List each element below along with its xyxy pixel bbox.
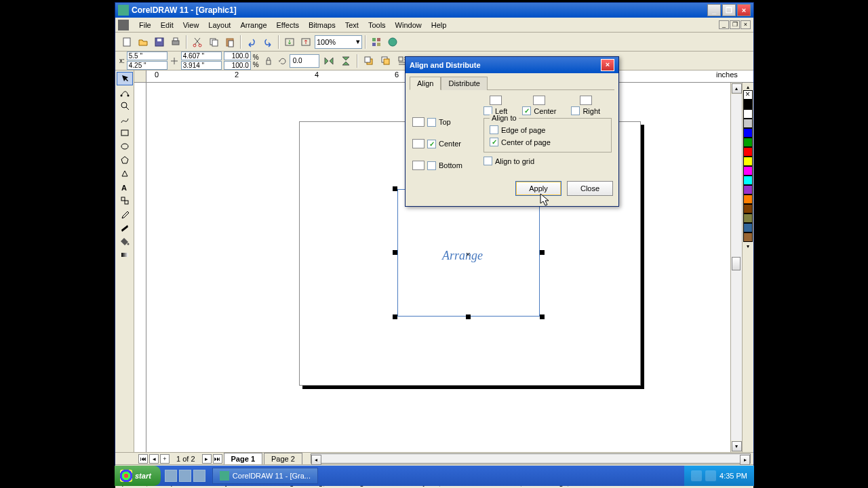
- color-swatch[interactable]: [743, 119, 753, 128]
- ie-icon[interactable]: [165, 470, 177, 482]
- vertical-ruler[interactable]: [134, 83, 146, 452]
- print-button[interactable]: [168, 35, 183, 49]
- dialog-titlebar[interactable]: Align and Distribute ×: [406, 57, 618, 73]
- add-page-button[interactable]: +: [160, 454, 170, 464]
- center-of-page-checkbox[interactable]: [490, 138, 498, 146]
- scale-x-input[interactable]: [224, 52, 251, 60]
- taskbar-app-button[interactable]: CorelDRAW 11 - [Gra...: [212, 468, 318, 484]
- color-swatch[interactable]: [743, 204, 753, 214]
- vertical-scrollbar[interactable]: ▴ ▾: [730, 83, 742, 452]
- scale-y-input[interactable]: [224, 61, 251, 70]
- width-input[interactable]: [181, 52, 222, 60]
- tab-align[interactable]: Align: [410, 77, 441, 90]
- tray-icon-2[interactable]: [705, 470, 716, 481]
- scroll-right-button[interactable]: ▸: [740, 455, 750, 465]
- first-page-button[interactable]: ⏮: [138, 454, 148, 464]
- start-button[interactable]: start: [115, 466, 161, 486]
- edge-of-page-checkbox[interactable]: [490, 125, 498, 134]
- rotation-input[interactable]: [290, 54, 319, 68]
- scroll-down-button[interactable]: ▾: [732, 441, 742, 451]
- menu-text[interactable]: Text: [340, 20, 363, 30]
- menu-layout[interactable]: Layout: [203, 20, 235, 30]
- eyedropper-tool[interactable]: [117, 207, 133, 221]
- y-position-input[interactable]: [127, 61, 167, 70]
- corel-online-button[interactable]: [385, 35, 400, 49]
- color-swatch[interactable]: [743, 138, 753, 147]
- menu-help[interactable]: Help: [427, 20, 452, 30]
- color-swatch[interactable]: [743, 185, 753, 195]
- color-swatch[interactable]: [743, 232, 753, 242]
- color-swatch[interactable]: [743, 214, 753, 223]
- close-dialog-button[interactable]: Close: [567, 181, 613, 196]
- vcenter-checkbox[interactable]: [427, 140, 436, 148]
- polygon-tool[interactable]: [117, 153, 133, 167]
- new-button[interactable]: [119, 35, 134, 49]
- page-tab-2[interactable]: Page 2: [264, 453, 302, 464]
- paste-button[interactable]: [222, 35, 237, 49]
- pick-tool[interactable]: [117, 72, 133, 85]
- scroll-up-button[interactable]: ▴: [732, 83, 742, 94]
- menu-arrange[interactable]: Arrange: [235, 20, 271, 30]
- doc-restore-button[interactable]: ❐: [730, 20, 740, 29]
- outline-tool[interactable]: [117, 221, 133, 235]
- selection-handle-br[interactable]: [540, 314, 545, 319]
- menu-effects[interactable]: Effects: [272, 20, 304, 30]
- palette-down-button[interactable]: ▾: [747, 243, 749, 249]
- fill-tool[interactable]: [117, 235, 133, 248]
- media-icon[interactable]: [193, 470, 205, 482]
- last-page-button[interactable]: ⏭: [213, 454, 222, 464]
- next-page-button[interactable]: ▸: [202, 454, 212, 464]
- import-button[interactable]: [282, 35, 297, 49]
- zoom-dropdown[interactable]: 100% ▾: [315, 35, 362, 49]
- minimize-button[interactable]: _: [707, 4, 721, 16]
- menu-window[interactable]: Window: [391, 20, 427, 30]
- color-swatch[interactable]: [743, 128, 753, 138]
- color-swatch[interactable]: [743, 223, 753, 232]
- menu-edit[interactable]: Edit: [156, 20, 178, 30]
- interactive-fill-tool[interactable]: [117, 248, 133, 262]
- text-object[interactable]: Arrange: [442, 249, 483, 263]
- no-fill-swatch[interactable]: [743, 90, 753, 100]
- app-launcher-button[interactable]: [369, 35, 384, 49]
- rectangle-tool[interactable]: [117, 126, 133, 140]
- redo-button[interactable]: [260, 35, 275, 49]
- scroll-thumb[interactable]: [732, 257, 741, 270]
- undo-button[interactable]: [244, 35, 259, 49]
- page-tab-1[interactable]: Page 1: [224, 453, 262, 464]
- doc-close-button[interactable]: ×: [741, 20, 751, 29]
- color-swatch[interactable]: [743, 157, 753, 166]
- close-button[interactable]: ×: [737, 4, 751, 16]
- export-button[interactable]: [298, 35, 313, 49]
- tab-distribute[interactable]: Distribute: [441, 77, 487, 90]
- save-button[interactable]: [152, 35, 167, 49]
- mirror-h-button[interactable]: [321, 54, 336, 68]
- right-checkbox[interactable]: [571, 106, 580, 115]
- cut-button[interactable]: [190, 35, 205, 49]
- menu-bitmaps[interactable]: Bitmaps: [304, 20, 340, 30]
- selection-handle-ml[interactable]: [393, 250, 397, 255]
- clock[interactable]: 4:35 PM: [719, 472, 747, 480]
- interactive-blend-tool[interactable]: [117, 194, 133, 207]
- color-swatch[interactable]: [743, 176, 753, 185]
- to-front-button[interactable]: [361, 54, 376, 68]
- freehand-tool[interactable]: [117, 113, 133, 126]
- zoom-tool[interactable]: [117, 99, 133, 113]
- copy-button[interactable]: [206, 35, 221, 49]
- basic-shapes-tool[interactable]: [117, 167, 133, 180]
- bottom-checkbox[interactable]: [427, 161, 436, 170]
- selection-handle-mr[interactable]: [540, 250, 545, 255]
- mirror-v-button[interactable]: [338, 54, 353, 68]
- horizontal-scrollbar[interactable]: ◂▸: [311, 453, 751, 464]
- top-checkbox[interactable]: [427, 118, 436, 127]
- height-input[interactable]: [181, 61, 222, 70]
- menu-tools[interactable]: Tools: [363, 20, 391, 30]
- prev-page-button[interactable]: ◂: [149, 454, 159, 464]
- color-swatch[interactable]: [743, 100, 753, 109]
- text-tool[interactable]: A: [117, 180, 133, 194]
- menu-view[interactable]: View: [178, 20, 204, 30]
- to-back-button[interactable]: [378, 54, 393, 68]
- color-swatch[interactable]: [743, 109, 753, 119]
- open-button[interactable]: [136, 35, 151, 49]
- tray-icon-1[interactable]: [691, 470, 702, 481]
- color-swatch[interactable]: [743, 147, 753, 157]
